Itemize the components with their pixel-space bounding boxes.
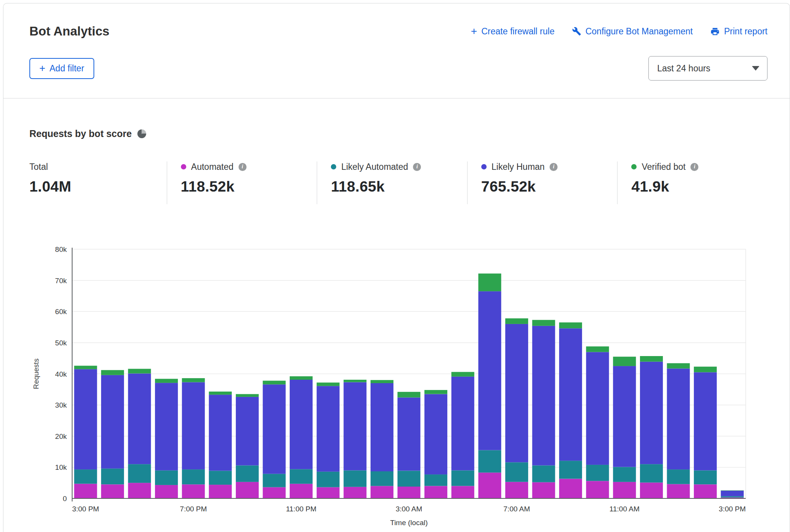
add-filter-button[interactable]: + Add filter [29, 58, 94, 79]
svg-text:50k: 50k [55, 339, 67, 347]
stat-likely-human: Likely Human i 765.52k [467, 161, 617, 204]
svg-text:60k: 60k [55, 308, 67, 316]
svg-text:10k: 10k [55, 463, 67, 471]
legend-dot-likely-human [481, 164, 487, 169]
info-icon[interactable]: i [239, 163, 247, 171]
svg-text:Time (local): Time (local) [390, 519, 428, 527]
time-range-value: Last 24 hours [657, 63, 710, 74]
info-icon[interactable]: i [690, 163, 698, 171]
add-filter-label: Add filter [50, 63, 84, 74]
section-title: Requests by bot score [29, 128, 132, 139]
stat-label: Automated [191, 162, 234, 172]
chevron-down-icon [752, 66, 759, 71]
create-firewall-rule-label: Create firewall rule [481, 26, 555, 37]
svg-text:3:00 PM: 3:00 PM [719, 505, 746, 513]
stat-likely-automated: Likely Automated i 118.65k [317, 161, 467, 204]
configure-bot-management-label: Configure Bot Management [585, 26, 693, 37]
header-actions: + Create firewall rule Configure Bot Man… [471, 26, 767, 37]
svg-text:20k: 20k [55, 432, 67, 440]
legend-dot-automated [181, 164, 186, 169]
time-range-select[interactable]: Last 24 hours [648, 56, 767, 81]
printer-icon [710, 27, 720, 36]
stat-value: 118.65k [331, 178, 467, 195]
wrench-icon [572, 27, 581, 36]
plus-icon: + [471, 26, 477, 37]
svg-text:30k: 30k [55, 401, 67, 409]
svg-text:0: 0 [63, 495, 67, 503]
card-header: Bot Analytics + Create firewall rule Con… [3, 3, 790, 98]
print-report-link[interactable]: Print report [710, 26, 767, 37]
legend-dot-likely-automated [331, 164, 336, 169]
plus-icon: + [39, 63, 45, 74]
svg-text:11:00 PM: 11:00 PM [286, 505, 316, 513]
stat-verified-bot: Verified bot i 41.9k [617, 161, 767, 204]
card-body: Requests by bot score Total 1.04M Automa… [3, 98, 790, 532]
info-icon[interactable]: i [413, 163, 421, 171]
stat-value: 118.52k [181, 178, 317, 195]
svg-text:3:00 PM: 3:00 PM [72, 505, 99, 513]
stat-label: Verified bot [642, 162, 685, 172]
page-title: Bot Analytics [29, 24, 110, 39]
stat-label: Likely Automated [341, 162, 408, 172]
svg-text:11:00 AM: 11:00 AM [609, 505, 640, 513]
svg-text:7:00 AM: 7:00 AM [503, 505, 530, 513]
stat-automated: Automated i 118.52k [167, 161, 317, 204]
pie-chart-icon [137, 129, 146, 138]
legend-dot-verified-bot [631, 164, 637, 169]
svg-text:7:00 PM: 7:00 PM [180, 505, 207, 513]
stat-value: 1.04M [29, 178, 167, 195]
stat-total: Total 1.04M [29, 161, 167, 204]
stat-value: 765.52k [481, 178, 617, 195]
chart-area: 010k20k30k40k50k60k70k80k3:00 PM7:00 PM1… [29, 241, 767, 532]
svg-text:40k: 40k [55, 370, 67, 378]
print-report-label: Print report [724, 26, 767, 37]
stat-label: Total [29, 162, 48, 172]
svg-text:Requests: Requests [32, 358, 40, 389]
stat-label: Likely Human [492, 162, 545, 172]
svg-text:70k: 70k [55, 277, 67, 285]
configure-bot-management-link[interactable]: Configure Bot Management [572, 26, 693, 37]
svg-text:3:00 AM: 3:00 AM [396, 505, 422, 513]
requests-by-bot-score-chart: 010k20k30k40k50k60k70k80k3:00 PM7:00 PM1… [29, 241, 751, 531]
bot-analytics-card: Bot Analytics + Create firewall rule Con… [3, 3, 790, 532]
stat-value: 41.9k [631, 178, 767, 195]
info-icon[interactable]: i [550, 163, 558, 171]
svg-text:80k: 80k [55, 245, 67, 253]
create-firewall-rule-link[interactable]: + Create firewall rule [471, 26, 555, 37]
stats-row: Total 1.04M Automated i 118.52k Likely A… [29, 161, 767, 204]
